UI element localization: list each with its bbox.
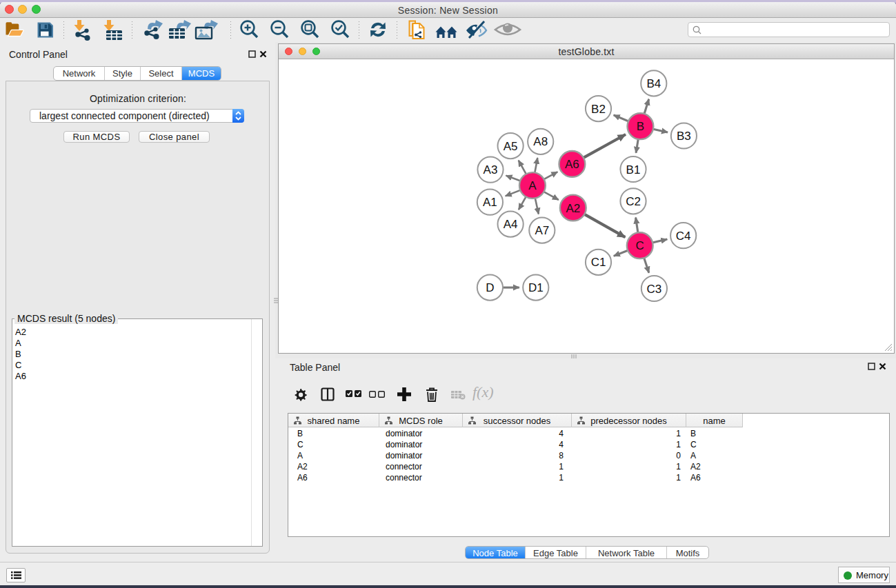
svg-text:B2: B2 bbox=[591, 103, 606, 116]
svg-text:B1: B1 bbox=[626, 163, 641, 176]
svg-text:B: B bbox=[637, 120, 644, 133]
svg-text:A8: A8 bbox=[533, 135, 548, 148]
svg-text:A6: A6 bbox=[565, 158, 579, 171]
svg-text:A: A bbox=[528, 179, 537, 192]
svg-text:C4: C4 bbox=[676, 230, 691, 243]
svg-text:D1: D1 bbox=[528, 281, 544, 294]
svg-text:A5: A5 bbox=[504, 140, 518, 153]
svg-text:A4: A4 bbox=[504, 218, 518, 231]
svg-text:C: C bbox=[636, 239, 644, 252]
svg-text:A1: A1 bbox=[483, 196, 497, 209]
svg-text:B4: B4 bbox=[646, 77, 661, 90]
svg-text:A2: A2 bbox=[566, 202, 580, 215]
svg-text:C2: C2 bbox=[626, 195, 641, 208]
svg-text:D: D bbox=[486, 281, 494, 294]
svg-text:B3: B3 bbox=[677, 130, 691, 143]
svg-text:A7: A7 bbox=[535, 224, 549, 237]
svg-text:A3: A3 bbox=[484, 163, 498, 176]
svg-text:C3: C3 bbox=[647, 283, 662, 296]
svg-text:C1: C1 bbox=[591, 256, 606, 269]
